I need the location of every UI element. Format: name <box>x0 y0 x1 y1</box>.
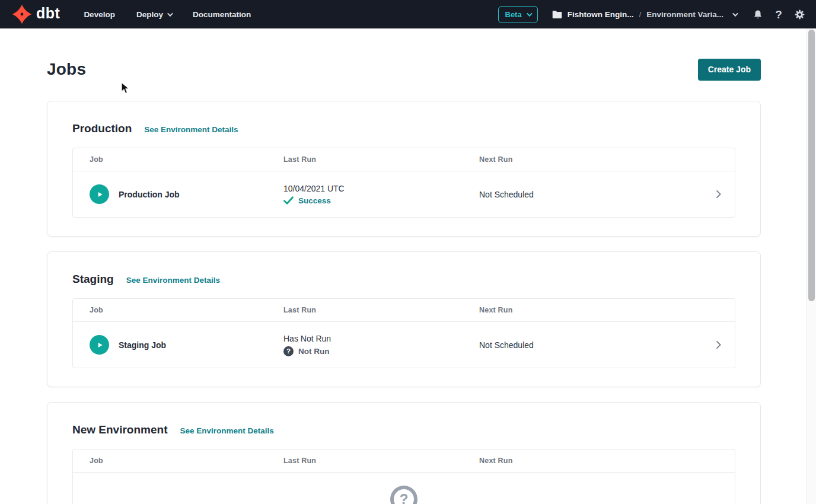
column-header-job: Job <box>73 306 283 314</box>
nav-icons: ? <box>752 8 805 20</box>
nav-menu: Develop Deploy Documentation <box>84 10 251 19</box>
run-job-button[interactable] <box>90 184 109 204</box>
empty-state: ? <box>73 473 735 504</box>
column-header-job: Job <box>73 457 283 465</box>
nav-item-develop[interactable]: Develop <box>84 10 115 19</box>
see-environment-details-link[interactable]: See Environment Details <box>180 426 273 435</box>
next-run-value: Not Scheduled <box>479 340 702 350</box>
status-badge: Success <box>298 196 331 205</box>
jobs-page: Jobs Create Job Production See Environme… <box>0 58 816 504</box>
scrollbar-track[interactable] <box>807 28 816 504</box>
last-run-date: 10/04/2021 UTC <box>283 184 479 193</box>
column-header-last-run: Last Run <box>283 155 479 164</box>
nav-right: Beta Fishtown Engin... / Environment Var… <box>498 6 806 23</box>
dbt-logo[interactable]: dbt <box>12 4 60 24</box>
check-icon <box>283 196 294 205</box>
play-icon <box>95 341 104 349</box>
chevron-down-icon <box>732 11 738 17</box>
chevron-right-icon <box>714 190 723 199</box>
nav-item-documentation[interactable]: Documentation <box>193 10 251 19</box>
job-name: Staging Job <box>119 340 166 350</box>
environment-name: New Environment <box>72 423 167 436</box>
column-header-job: Job <box>73 155 283 164</box>
breadcrumb-project: Fishtown Engin... <box>568 10 634 19</box>
page-title: Jobs <box>47 60 86 79</box>
job-row-staging[interactable]: Staging Job Has Not Run ? Not Run Not Sc… <box>73 322 735 368</box>
open-job-button[interactable] <box>702 190 735 199</box>
create-job-button[interactable]: Create Job <box>698 59 761 81</box>
jobs-table: Job Last Run Next Run Production Job 10/… <box>72 148 735 218</box>
chevron-down-icon <box>167 11 173 17</box>
job-row-production[interactable]: Production Job 10/04/2021 UTC Success No… <box>73 171 735 217</box>
breadcrumb-separator: / <box>639 10 641 19</box>
job-name: Production Job <box>119 190 180 199</box>
question-circle-icon: ? <box>283 346 294 356</box>
table-header-row: Job Last Run Next Run <box>73 299 735 322</box>
table-header-row: Job Last Run Next Run <box>73 148 735 171</box>
help-icon[interactable]: ? <box>773 8 785 20</box>
last-run-date: Has Not Run <box>283 334 479 343</box>
column-header-next-run: Next Run <box>479 155 702 164</box>
column-header-last-run: Last Run <box>283 306 479 314</box>
open-job-button[interactable] <box>702 340 735 349</box>
chevron-down-icon <box>527 11 533 17</box>
environment-card-staging: Staging See Environment Details Job Last… <box>47 251 761 387</box>
question-circle-icon: ? <box>390 486 417 504</box>
column-header-last-run: Last Run <box>283 457 479 465</box>
environment-card-production: Production See Environment Details Job L… <box>47 101 761 237</box>
beta-label: Beta <box>505 10 522 19</box>
environment-card-new-environment: New Environment See Environment Details … <box>47 402 761 504</box>
jobs-table: Job Last Run Next Run Staging Job Has No… <box>72 298 735 368</box>
play-icon <box>95 190 104 199</box>
jobs-table: Job Last Run Next Run ? <box>72 449 735 504</box>
see-environment-details-link[interactable]: See Environment Details <box>126 276 220 285</box>
top-nav: dbt Develop Deploy Documentation Beta Fi… <box>0 0 816 28</box>
chevron-right-icon <box>714 340 723 349</box>
bell-icon[interactable] <box>752 8 764 20</box>
next-run-value: Not Scheduled <box>479 190 702 199</box>
breadcrumb-page: Environment Varia... <box>646 10 723 19</box>
beta-selector[interactable]: Beta <box>498 6 538 23</box>
project-breadcrumb[interactable]: Fishtown Engin... / Environment Varia... <box>552 10 737 19</box>
status-badge: Not Run <box>298 347 329 356</box>
see-environment-details-link[interactable]: See Environment Details <box>144 125 238 134</box>
table-header-row: Job Last Run Next Run <box>73 449 735 473</box>
column-header-next-run: Next Run <box>479 306 702 314</box>
column-header-next-run: Next Run <box>479 457 702 465</box>
environment-name: Staging <box>72 273 114 286</box>
nav-item-deploy[interactable]: Deploy <box>136 10 171 19</box>
dbt-logo-icon <box>12 4 32 24</box>
environment-name: Production <box>72 122 132 135</box>
folder-icon <box>552 10 562 19</box>
brand-name: dbt <box>36 6 60 23</box>
run-job-button[interactable] <box>90 335 109 355</box>
scrollbar-thumb[interactable] <box>808 30 815 301</box>
gear-icon[interactable] <box>793 8 805 20</box>
